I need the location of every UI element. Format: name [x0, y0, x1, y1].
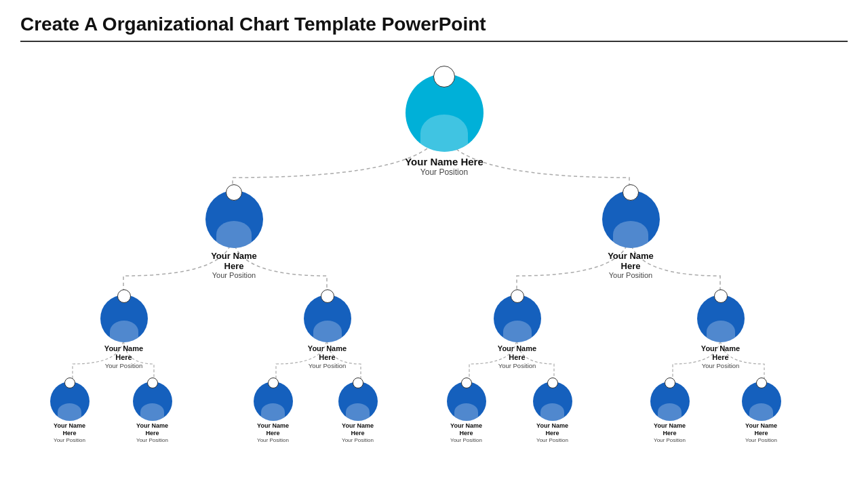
node-mid-left: Your Name Here Your Position — [203, 184, 264, 279]
body-shape-midleft — [216, 221, 252, 248]
node-root: Your Name Here Your Position — [403, 66, 485, 177]
node-l2-2: Your Name Here Your Position — [302, 289, 353, 369]
page: Create A Organizational Chart Template P… — [0, 0, 868, 488]
node-pos-root: Your Position — [420, 167, 468, 177]
head-midleft — [226, 184, 242, 201]
title-divider — [20, 41, 848, 42]
node-l2-4: Your Name Here Your Position — [695, 289, 746, 369]
body-shape-midright — [613, 221, 648, 248]
node-l3-1: Your Name Here Your Position — [47, 378, 92, 443]
node-l2-1: Your Name Here Your Position — [98, 289, 149, 369]
person-icon-midleft — [205, 184, 263, 248]
node-l3-6: Your Name Here Your Position — [530, 378, 574, 443]
body-shape-root — [420, 115, 468, 152]
chart-area: Your Name Here Your Position Your Name H… — [20, 45, 848, 466]
node-name-midright: Your Name Here — [600, 251, 661, 271]
person-icon-root — [406, 66, 484, 152]
node-pos-midright: Your Position — [609, 271, 652, 279]
node-l3-3: Your Name Here Your Position — [251, 378, 295, 443]
head-midright — [623, 184, 639, 201]
node-l3-2: Your Name Here Your Position — [130, 378, 174, 443]
node-l3-7: Your Name Here Your Position — [648, 378, 692, 443]
node-mid-right: Your Name Here Your Position — [600, 184, 661, 279]
node-name-root: Your Name Here — [405, 156, 484, 167]
node-name-midleft: Your Name Here — [203, 251, 264, 271]
node-l3-8: Your Name Here Your Position — [739, 378, 783, 443]
node-l3-4: Your Name Here Your Position — [336, 378, 380, 443]
node-pos-midleft: Your Position — [212, 271, 256, 279]
node-l2-3: Your Name Here Your Position — [492, 289, 542, 369]
head-root — [433, 66, 455, 87]
person-icon-midright — [602, 184, 660, 248]
page-title: Create A Organizational Chart Template P… — [20, 14, 848, 35]
node-l3-5: Your Name Here Your Position — [444, 378, 488, 443]
